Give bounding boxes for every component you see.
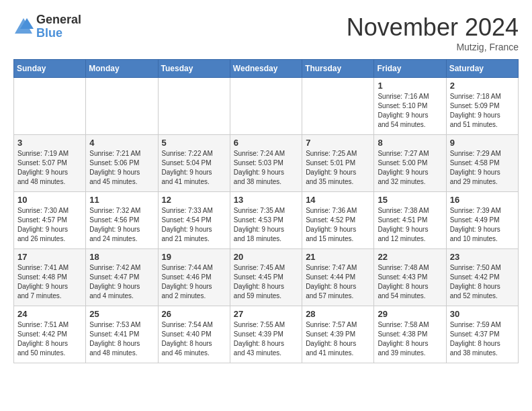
day-info: Sunrise: 7:21 AMSunset: 5:06 PMDaylight:… xyxy=(89,149,154,187)
calendar-cell xyxy=(302,78,374,135)
calendar-cell: 26Sunrise: 7:54 AMSunset: 4:40 PMDayligh… xyxy=(158,306,230,363)
header-thursday: Thursday xyxy=(302,60,374,78)
day-info: Sunrise: 7:58 AMSunset: 4:38 PMDaylight:… xyxy=(378,320,442,358)
calendar-cell: 11Sunrise: 7:32 AMSunset: 4:56 PMDayligh… xyxy=(86,192,158,249)
day-number: 5 xyxy=(162,138,226,148)
logo-general: General xyxy=(36,13,81,27)
day-info: Sunrise: 7:18 AMSunset: 5:09 PMDaylight:… xyxy=(450,92,515,130)
day-number: 3 xyxy=(17,138,82,148)
logo-text: General Blue xyxy=(36,13,81,40)
header-monday: Monday xyxy=(86,60,158,78)
day-info: Sunrise: 7:53 AMSunset: 4:41 PMDaylight:… xyxy=(89,320,154,358)
calendar-cell: 28Sunrise: 7:57 AMSunset: 4:39 PMDayligh… xyxy=(302,306,374,363)
calendar-cell: 17Sunrise: 7:41 AMSunset: 4:48 PMDayligh… xyxy=(14,249,86,306)
logo-icon xyxy=(13,17,34,37)
calendar-cell: 29Sunrise: 7:58 AMSunset: 4:38 PMDayligh… xyxy=(374,306,446,363)
logo: General Blue xyxy=(13,13,81,40)
page-header: General Blue November 2024 Mutzig, Franc… xyxy=(13,13,519,52)
calendar-cell: 19Sunrise: 7:44 AMSunset: 4:46 PMDayligh… xyxy=(158,249,230,306)
week-row-3: 17Sunrise: 7:41 AMSunset: 4:48 PMDayligh… xyxy=(14,249,519,306)
calendar-cell: 5Sunrise: 7:22 AMSunset: 5:04 PMDaylight… xyxy=(158,135,230,192)
day-info: Sunrise: 7:57 AMSunset: 4:39 PMDaylight:… xyxy=(306,320,370,358)
calendar-cell: 4Sunrise: 7:21 AMSunset: 5:06 PMDaylight… xyxy=(86,135,158,192)
location: Mutzig, France xyxy=(347,42,519,52)
day-number: 14 xyxy=(306,195,370,205)
day-info: Sunrise: 7:33 AMSunset: 4:54 PMDaylight:… xyxy=(162,206,226,244)
calendar-cell: 22Sunrise: 7:48 AMSunset: 4:43 PMDayligh… xyxy=(374,249,446,306)
day-number: 11 xyxy=(89,195,154,205)
calendar-cell: 24Sunrise: 7:51 AMSunset: 4:42 PMDayligh… xyxy=(14,306,86,363)
day-info: Sunrise: 7:16 AMSunset: 5:10 PMDaylight:… xyxy=(378,92,442,130)
day-number: 26 xyxy=(162,309,226,319)
day-number: 24 xyxy=(17,309,82,319)
day-info: Sunrise: 7:50 AMSunset: 4:42 PMDaylight:… xyxy=(450,263,515,301)
day-info: Sunrise: 7:38 AMSunset: 4:51 PMDaylight:… xyxy=(378,206,442,244)
day-number: 13 xyxy=(234,195,298,205)
week-row-2: 10Sunrise: 7:30 AMSunset: 4:57 PMDayligh… xyxy=(14,192,519,249)
day-number: 20 xyxy=(234,252,298,262)
day-number: 1 xyxy=(378,81,442,91)
header-sunday: Sunday xyxy=(14,60,86,78)
week-row-4: 24Sunrise: 7:51 AMSunset: 4:42 PMDayligh… xyxy=(14,306,519,363)
day-info: Sunrise: 7:32 AMSunset: 4:56 PMDaylight:… xyxy=(89,206,154,244)
day-number: 19 xyxy=(162,252,226,262)
day-number: 16 xyxy=(450,195,515,205)
calendar-cell: 23Sunrise: 7:50 AMSunset: 4:42 PMDayligh… xyxy=(446,249,518,306)
header-wednesday: Wednesday xyxy=(230,60,302,78)
calendar-cell: 3Sunrise: 7:19 AMSunset: 5:07 PMDaylight… xyxy=(14,135,86,192)
day-number: 6 xyxy=(234,138,298,148)
day-number: 28 xyxy=(306,309,370,319)
calendar-cell xyxy=(86,78,158,135)
day-number: 25 xyxy=(89,309,154,319)
calendar-cell: 2Sunrise: 7:18 AMSunset: 5:09 PMDaylight… xyxy=(446,78,518,135)
calendar-cell: 7Sunrise: 7:25 AMSunset: 5:01 PMDaylight… xyxy=(302,135,374,192)
day-info: Sunrise: 7:48 AMSunset: 4:43 PMDaylight:… xyxy=(378,263,442,301)
day-info: Sunrise: 7:19 AMSunset: 5:07 PMDaylight:… xyxy=(17,149,82,187)
calendar-cell xyxy=(158,78,230,135)
calendar-cell: 14Sunrise: 7:36 AMSunset: 4:52 PMDayligh… xyxy=(302,192,374,249)
calendar-cell: 30Sunrise: 7:59 AMSunset: 4:37 PMDayligh… xyxy=(446,306,518,363)
day-info: Sunrise: 7:51 AMSunset: 4:42 PMDaylight:… xyxy=(17,320,82,358)
calendar-table: Sunday Monday Tuesday Wednesday Thursday… xyxy=(13,59,519,363)
calendar-header: Sunday Monday Tuesday Wednesday Thursday… xyxy=(14,60,519,78)
calendar-cell: 15Sunrise: 7:38 AMSunset: 4:51 PMDayligh… xyxy=(374,192,446,249)
day-number: 30 xyxy=(450,309,515,319)
day-number: 18 xyxy=(89,252,154,262)
calendar-cell: 20Sunrise: 7:45 AMSunset: 4:45 PMDayligh… xyxy=(230,249,302,306)
day-info: Sunrise: 7:25 AMSunset: 5:01 PMDaylight:… xyxy=(306,149,370,187)
day-info: Sunrise: 7:59 AMSunset: 4:37 PMDaylight:… xyxy=(450,320,515,358)
day-info: Sunrise: 7:22 AMSunset: 5:04 PMDaylight:… xyxy=(162,149,226,187)
day-number: 2 xyxy=(450,81,515,91)
day-number: 23 xyxy=(450,252,515,262)
calendar-cell xyxy=(14,78,86,135)
calendar-cell: 21Sunrise: 7:47 AMSunset: 4:44 PMDayligh… xyxy=(302,249,374,306)
calendar-cell: 1Sunrise: 7:16 AMSunset: 5:10 PMDaylight… xyxy=(374,78,446,135)
day-info: Sunrise: 7:36 AMSunset: 4:52 PMDaylight:… xyxy=(306,206,370,244)
day-number: 29 xyxy=(378,309,442,319)
day-number: 21 xyxy=(306,252,370,262)
day-number: 9 xyxy=(450,138,515,148)
title-block: November 2024 Mutzig, France xyxy=(347,13,519,52)
day-info: Sunrise: 7:42 AMSunset: 4:47 PMDaylight:… xyxy=(89,263,154,301)
day-info: Sunrise: 7:29 AMSunset: 4:58 PMDaylight:… xyxy=(450,149,515,187)
day-info: Sunrise: 7:30 AMSunset: 4:57 PMDaylight:… xyxy=(17,206,82,244)
week-row-1: 3Sunrise: 7:19 AMSunset: 5:07 PMDaylight… xyxy=(14,135,519,192)
day-number: 12 xyxy=(162,195,226,205)
calendar-cell: 8Sunrise: 7:27 AMSunset: 5:00 PMDaylight… xyxy=(374,135,446,192)
calendar-cell: 27Sunrise: 7:55 AMSunset: 4:39 PMDayligh… xyxy=(230,306,302,363)
calendar-cell: 12Sunrise: 7:33 AMSunset: 4:54 PMDayligh… xyxy=(158,192,230,249)
month-title: November 2024 xyxy=(347,13,519,42)
calendar-cell: 9Sunrise: 7:29 AMSunset: 4:58 PMDaylight… xyxy=(446,135,518,192)
header-tuesday: Tuesday xyxy=(158,60,230,78)
calendar-cell: 6Sunrise: 7:24 AMSunset: 5:03 PMDaylight… xyxy=(230,135,302,192)
day-info: Sunrise: 7:39 AMSunset: 4:49 PMDaylight:… xyxy=(450,206,515,244)
week-row-0: 1Sunrise: 7:16 AMSunset: 5:10 PMDaylight… xyxy=(14,78,519,135)
day-number: 10 xyxy=(17,195,82,205)
calendar-cell: 25Sunrise: 7:53 AMSunset: 4:41 PMDayligh… xyxy=(86,306,158,363)
calendar-cell: 13Sunrise: 7:35 AMSunset: 4:53 PMDayligh… xyxy=(230,192,302,249)
header-friday: Friday xyxy=(374,60,446,78)
day-info: Sunrise: 7:47 AMSunset: 4:44 PMDaylight:… xyxy=(306,263,370,301)
header-saturday: Saturday xyxy=(446,60,518,78)
day-number: 8 xyxy=(378,138,442,148)
day-number: 27 xyxy=(234,309,298,319)
